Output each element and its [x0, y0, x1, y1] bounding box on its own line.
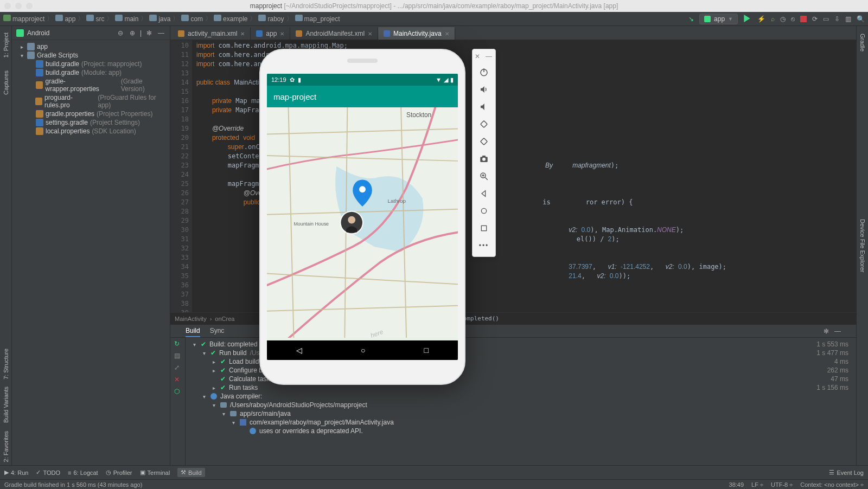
breadcrumb-item[interactable]: java: [149, 15, 170, 23]
build-tab[interactable]: Build: [186, 325, 200, 337]
close-tab-icon[interactable]: ✕: [445, 31, 449, 37]
editor-tab[interactable]: activity_main.xml✕: [173, 27, 251, 40]
tool-window-item[interactable]: ✓TODO: [36, 468, 60, 477]
build-variants-tool-tab[interactable]: Build Variants: [2, 383, 10, 426]
gear-icon[interactable]: ✻: [145, 29, 154, 37]
zoom-button[interactable]: [476, 169, 492, 184]
tree-row[interactable]: gradle.properties (Project Properties): [12, 110, 170, 118]
profile-button[interactable]: ◷: [780, 15, 786, 23]
editor-tab[interactable]: AndroidManifest.xml✕: [290, 27, 378, 40]
run-button[interactable]: [743, 15, 752, 23]
android-help-icon[interactable]: ⬡: [174, 388, 182, 395]
back-button[interactable]: ◁: [296, 346, 302, 355]
more-button[interactable]: •••: [476, 238, 492, 253]
breadcrumb-item[interactable]: app: [55, 15, 75, 23]
crumb-method[interactable]: onCrea: [215, 316, 234, 322]
breadcrumb-item[interactable]: src: [86, 15, 104, 23]
build-row[interactable]: uses or overrides a deprecated API.: [186, 427, 856, 435]
sidebar-title[interactable]: Android: [27, 29, 113, 37]
status-item[interactable]: UTF-8 ÷: [771, 481, 793, 488]
breadcrumb[interactable]: mapproject〉app〉src〉main〉java〉com〉example…: [3, 14, 340, 23]
attach-debugger-icon[interactable]: ⎋: [791, 15, 795, 23]
captures-tool-tab[interactable]: Captures: [2, 67, 10, 98]
tool-window-item[interactable]: ◷Profiler: [106, 468, 132, 477]
emulator-device[interactable]: 12:19 ✿ ▮ ▼ ◢ ▮ map-project: [259, 49, 465, 385]
status-item[interactable]: 38:49: [729, 481, 744, 488]
volume-up-button[interactable]: [476, 82, 492, 97]
crumb-class[interactable]: MainActivity: [175, 316, 207, 322]
breadcrumb-item[interactable]: map_project: [295, 15, 340, 23]
home-button[interactable]: [476, 203, 492, 218]
close-icon[interactable]: ✕: [174, 376, 182, 383]
tool-window-item[interactable]: ≡6: Logcat: [68, 468, 98, 477]
deploy-target-icon[interactable]: ↘: [688, 15, 694, 23]
svg-point-5: [359, 186, 366, 192]
rotate-right-button[interactable]: [476, 134, 492, 149]
structure-tool-tab[interactable]: 7: Structure: [2, 345, 10, 383]
device-file-explorer-tab[interactable]: Device File Explorer: [858, 216, 867, 275]
filter-icon[interactable]: ▤: [174, 352, 182, 359]
status-item[interactable]: LF ÷: [751, 481, 763, 488]
build-row[interactable]: ▾com/example/raboy/map_project/MainActiv…: [186, 418, 856, 427]
build-row[interactable]: ▾app/src/main/java: [186, 409, 856, 418]
breadcrumb-item[interactable]: main: [115, 15, 138, 23]
apply-changes-icon[interactable]: ⚡: [757, 15, 765, 23]
editor-tab[interactable]: MainActivity.java✕: [378, 27, 455, 40]
stop-button[interactable]: [800, 16, 807, 22]
debug-button[interactable]: ⌕: [771, 15, 775, 23]
run-config-dropdown[interactable]: app ▼: [699, 14, 738, 24]
overview-button[interactable]: □: [424, 346, 429, 355]
home-button[interactable]: ○: [361, 346, 365, 355]
tree-row[interactable]: ▾Gradle Scripts: [12, 51, 170, 60]
tree-row[interactable]: settings.gradle (Project Settings): [12, 118, 170, 127]
tree-row[interactable]: local.properties (SDK Location): [12, 127, 170, 136]
tool-window-item[interactable]: ⚒Build: [177, 468, 205, 477]
sync-tab[interactable]: Sync: [210, 325, 225, 337]
breadcrumb-item[interactable]: example: [214, 15, 247, 23]
rerun-icon[interactable]: ↻: [174, 340, 182, 348]
breadcrumb-item[interactable]: mapproject: [3, 15, 44, 23]
close-tab-icon[interactable]: ✕: [368, 31, 372, 37]
breadcrumb-item[interactable]: raboy: [258, 15, 284, 23]
build-row[interactable]: ▾/Users/raboy/AndroidStudioProjects/mapp…: [186, 401, 856, 409]
project-tool-tab[interactable]: 1: Project: [2, 29, 10, 61]
overview-button[interactable]: [476, 221, 492, 236]
tool-window-item[interactable]: ▣Terminal: [140, 468, 170, 477]
power-button[interactable]: [476, 65, 492, 80]
tree-row[interactable]: proguard-rules.pro (ProGuard Rules for a…: [12, 93, 170, 110]
back-button[interactable]: [476, 186, 492, 201]
avd-manager-icon[interactable]: ▭: [823, 15, 829, 23]
camera-button[interactable]: [476, 151, 492, 166]
favorites-tool-tab[interactable]: 2: Favorites: [2, 428, 10, 465]
tree-row[interactable]: build.gradle (Project: mapproject): [12, 60, 170, 68]
event-log-button[interactable]: ☰ Event Log: [829, 469, 864, 476]
close-emulator-icon[interactable]: ✕: [475, 53, 482, 60]
tool-window-item[interactable]: ▶4: Run: [4, 468, 28, 477]
search-icon[interactable]: 🔍: [857, 15, 865, 23]
phone-screen[interactable]: 12:19 ✿ ▮ ▼ ◢ ▮ map-project: [267, 74, 458, 360]
build-row[interactable]: ▾Java compiler:: [186, 392, 856, 401]
sync-gradle-icon[interactable]: ⟳: [812, 15, 818, 23]
scroll-to-source-icon[interactable]: ⊕: [128, 29, 137, 37]
hide-icon[interactable]: —: [157, 29, 165, 37]
close-tab-icon[interactable]: ✕: [240, 31, 245, 37]
map-view[interactable]: Stockton Lathrop Mountain House here: [267, 107, 458, 340]
project-tree[interactable]: ▸app▾Gradle Scriptsbuild.gradle (Project…: [12, 40, 170, 465]
collapse-all-icon[interactable]: ⊖: [116, 29, 125, 37]
sdk-manager-icon[interactable]: ⇩: [834, 15, 840, 23]
tree-row[interactable]: build.gradle (Module: app): [12, 68, 170, 77]
editor-tab[interactable]: app✕: [251, 27, 290, 40]
expand-icon[interactable]: ⤢: [174, 364, 182, 371]
gear-icon[interactable]: ✻: [824, 327, 829, 335]
volume-down-button[interactable]: [476, 99, 492, 114]
tree-row[interactable]: gradle-wrapper.properties (Gradle Versio…: [12, 77, 170, 93]
hide-panel-icon[interactable]: —: [834, 327, 841, 335]
project-structure-icon[interactable]: ▥: [845, 15, 851, 23]
breadcrumb-item[interactable]: com: [181, 15, 203, 23]
tree-row[interactable]: ▸app: [12, 42, 170, 51]
minimize-emulator-icon[interactable]: —: [486, 53, 493, 60]
rotate-left-button[interactable]: [476, 117, 492, 132]
gradle-tool-tab[interactable]: Gradle: [858, 30, 867, 55]
status-item[interactable]: Context: <no context> ÷: [800, 481, 864, 488]
close-tab-icon[interactable]: ✕: [280, 31, 284, 37]
